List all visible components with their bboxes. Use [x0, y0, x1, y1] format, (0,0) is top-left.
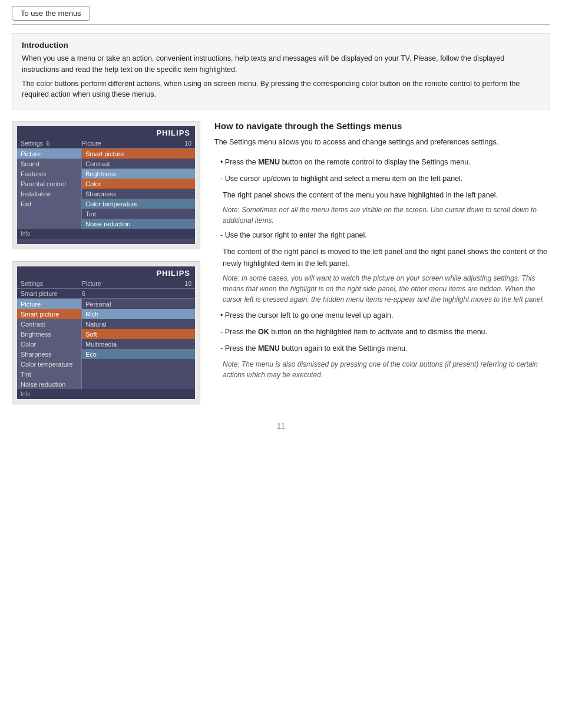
- tv-menu-1-brand: PHILIPS: [17, 126, 195, 139]
- instruction-list: • Press the MENU button on the remote co…: [214, 156, 550, 380]
- tv-menu-2-left-smart: Smart picture: [17, 309, 81, 319]
- tv-menu-2-left-contrast: Contrast: [17, 319, 81, 329]
- left-column: PHILIPS Settings 6 Picture 10 Picture So…: [12, 121, 200, 404]
- tv-menu-2-columns: Picture Smart picture Contrast Brightnes…: [17, 299, 195, 389]
- intro-section: Introduction When you use a menu or take…: [12, 33, 550, 110]
- instruction-ok-button: - Press the OK button on the highlighted…: [214, 326, 550, 338]
- tv-menu-1-header: Settings 6 Picture 10: [17, 139, 195, 149]
- tv-menu-1-right-item-colortemp: Color temperature: [82, 199, 195, 209]
- page-number: 11: [277, 422, 285, 430]
- page-footer: 11: [0, 422, 562, 430]
- intro-title: Introduction: [22, 41, 540, 50]
- tv-menu-2-right-natural: Natural: [82, 319, 195, 329]
- instruction-cursor-updown: - Use cursor up/down to highlight and se…: [214, 173, 550, 185]
- tv-menu-1: PHILIPS Settings 6 Picture 10 Picture So…: [12, 121, 200, 249]
- instruction-note-1: Note: Sometimes not all the menu items a…: [214, 205, 550, 226]
- main-content: PHILIPS Settings 6 Picture 10 Picture So…: [12, 121, 550, 404]
- instruction-right-panel-move: The content of the right panel is moved …: [214, 246, 550, 269]
- tv-menu-1-right-items: Smart picture Contrast Brightness Color …: [82, 149, 195, 229]
- instruction-menu-button: • Press the MENU button on the remote co…: [214, 156, 550, 168]
- tv-menu-1-right-item-sharpness: Sharpness: [82, 189, 195, 199]
- tv-menu-1-header-num2: 10: [182, 140, 191, 147]
- intro-paragraph2: The color buttons perform different acti…: [22, 78, 540, 101]
- tv-menu-1-left-item-parental: Parental control: [17, 179, 81, 189]
- tv-menu-2-right-personal: Personal: [82, 299, 195, 309]
- right-column: How to navigate through the Settings men…: [214, 121, 550, 404]
- tv-menu-1-left-item-features: Features: [17, 169, 81, 179]
- instruction-right-panel-sub: The right panel shows the content of the…: [214, 189, 550, 201]
- instruction-note-2: Note: In some cases, you will want to wa…: [214, 273, 550, 305]
- tv-menu-2-header: Settings Picture 10: [17, 279, 195, 289]
- tv-menu-2-right-col: Personal Rich Natural Soft Multimedia Ec…: [82, 299, 195, 389]
- tv-menu-1-left-item-picture: Picture: [17, 149, 81, 159]
- tv-menu-2-left-items: Picture Smart picture Contrast Brightnes…: [17, 299, 81, 389]
- tv-menu-2-header-title: Picture: [82, 280, 182, 287]
- tv-menu-1-left-item-installation: Installation: [17, 189, 81, 199]
- tv-menu-2-left-colortemp: Color temperature: [17, 359, 81, 369]
- tv-menu-2-brand: PHILIPS: [17, 266, 195, 279]
- top-divider: [12, 24, 550, 25]
- tv-menu-1-left-col: Picture Sound Features Parental control …: [17, 149, 82, 229]
- how-to-intro: The Settings menu allows you to access a…: [214, 137, 550, 148]
- tv-menu-2-right-multimedia: Multimedia: [82, 339, 195, 349]
- tv-menu-1-left-items: Picture Sound Features Parental control …: [17, 149, 81, 209]
- tv-menu-2-info: Info: [17, 389, 195, 399]
- tv-menu-1-right-item-noise: Noise reduction: [82, 219, 195, 229]
- tv-menu-2-subheader-num: 6: [82, 290, 191, 297]
- page-tab: To use the menus: [12, 6, 90, 21]
- tv-menu-1-header-left: Settings 6: [21, 140, 82, 147]
- tv-menu-1-left-item-sound: Sound: [17, 159, 81, 169]
- tv-menu-2-inner: PHILIPS Settings Picture 10 Smart pictur…: [17, 266, 195, 399]
- tv-menu-2: PHILIPS Settings Picture 10 Smart pictur…: [12, 261, 200, 404]
- tv-menu-1-left-item-exit: Exit: [17, 199, 81, 209]
- instruction-cursor-left: • Press the cursor left to go one menu l…: [214, 309, 550, 321]
- tv-menu-1-inner: PHILIPS Settings 6 Picture 10 Picture So…: [17, 126, 195, 244]
- tv-menu-1-right-item-color: Color: [82, 179, 195, 189]
- tv-menu-2-subheader-left: Smart picture: [21, 290, 82, 297]
- tv-menu-1-right-item-smart: Smart picture: [82, 149, 195, 159]
- intro-paragraph1: When you use a menu or take an action, c…: [22, 53, 540, 75]
- instruction-menu-exit: - Press the MENU button again to exit th…: [214, 342, 550, 354]
- tv-menu-1-right-item-contrast: Contrast: [82, 159, 195, 169]
- how-to-title: How to navigate through the Settings men…: [214, 121, 550, 131]
- tv-menu-2-right-eco: Eco: [82, 349, 195, 359]
- tv-menu-2-left-sharpness: Sharpness: [17, 349, 81, 359]
- tv-menu-1-header-title: Picture: [82, 140, 182, 147]
- tv-menu-2-header-left: Settings: [21, 280, 82, 287]
- tv-menu-1-right-col: Smart picture Contrast Brightness Color …: [82, 149, 195, 229]
- tv-menu-2-left-brightness: Brightness: [17, 329, 81, 339]
- tv-menu-2-right-rich: Rich: [82, 309, 195, 319]
- tv-menu-1-right-item-tint: Tint: [82, 209, 195, 219]
- tv-menu-2-left-picture: Picture: [17, 299, 81, 309]
- tv-menu-1-info: Info: [17, 229, 195, 239]
- instruction-note-3: Note: The menu is also dismissed by pres…: [214, 359, 550, 380]
- tv-menu-2-left-color: Color: [17, 339, 81, 349]
- instruction-cursor-right: - Use the cursor right to enter the righ…: [214, 229, 550, 241]
- tv-menu-2-subheader: Smart picture 6: [17, 289, 195, 299]
- tv-menu-1-columns: Picture Sound Features Parental control …: [17, 149, 195, 229]
- tv-menu-1-right-item-brightness: Brightness: [82, 169, 195, 179]
- tv-menu-2-right-items: Personal Rich Natural Soft Multimedia Ec…: [82, 299, 195, 359]
- tv-menu-2-left-noise: Noise reduction: [17, 379, 81, 389]
- tv-menu-2-header-num2: 10: [182, 280, 191, 287]
- tv-menu-2-left-tint: Tint: [17, 369, 81, 379]
- tv-menu-2-left-col: Picture Smart picture Contrast Brightnes…: [17, 299, 82, 389]
- tv-menu-2-right-soft: Soft: [82, 329, 195, 339]
